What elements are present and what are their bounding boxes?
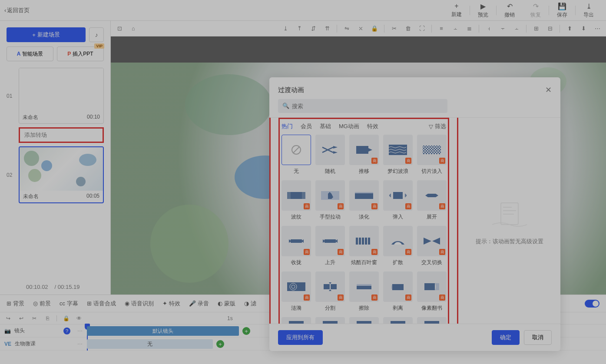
modal-overlay[interactable] bbox=[0, 0, 606, 364]
